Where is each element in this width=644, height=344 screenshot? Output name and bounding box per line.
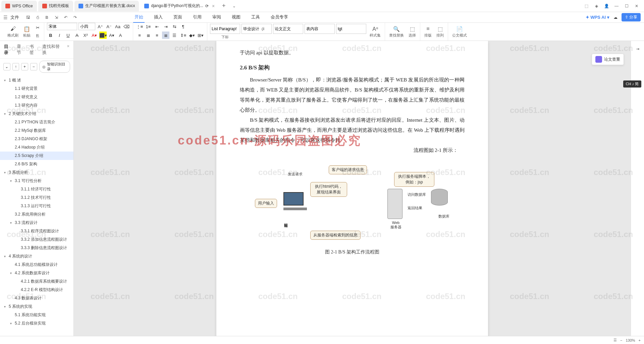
outline-item[interactable]: ▾5 系统的实现: [0, 302, 73, 311]
expand-all-button[interactable]: ⌄: [3, 63, 10, 70]
font-color-icon[interactable]: A▾: [91, 32, 98, 39]
outline-item[interactable]: 3.1.1 经济可行性: [0, 185, 73, 193]
menu-tab-reference[interactable]: 引用: [192, 12, 203, 23]
paper-check-button[interactable]: 论文查重: [592, 54, 624, 65]
superscript-icon[interactable]: X²: [82, 32, 89, 39]
select-button[interactable]: ⬚选择: [407, 25, 417, 39]
save-icon[interactable]: 🖫: [25, 14, 31, 20]
outline-item[interactable]: 2.2 MySql 数据库: [0, 126, 73, 135]
remove-button[interactable]: −: [30, 63, 37, 70]
outline-item[interactable]: ▾3.1 可行性分析: [0, 177, 73, 185]
new-tab-button[interactable]: +: [219, 2, 229, 9]
cube-icon[interactable]: ◈: [592, 1, 601, 11]
redo-icon[interactable]: ↷: [72, 14, 78, 20]
tab-icon[interactable]: ⇆: [171, 23, 178, 30]
align-right-icon[interactable]: ≡: [153, 32, 161, 39]
para-shading-icon[interactable]: ◆▾: [188, 32, 196, 39]
outline-item[interactable]: 2.4 Hadoop 介绍: [0, 143, 73, 152]
outline-item[interactable]: ▾4 系统的设计: [0, 252, 73, 261]
outline-item[interactable]: ▾5.2 后台模块实现: [0, 319, 73, 328]
avatar-icon[interactable]: 👤: [602, 1, 611, 11]
sidebar-tab-bookmark[interactable]: 书签: [30, 44, 38, 56]
bullets-icon[interactable]: ⋮≡: [136, 23, 143, 30]
wps-ai-button[interactable]: ✦ WPS AI ▾: [586, 15, 609, 20]
outline-item[interactable]: 4.2.2 E-R 模型结构设计: [0, 286, 73, 294]
font-size-select[interactable]: [78, 23, 95, 30]
outline-item[interactable]: ▾4.2 系统数据库设计: [0, 269, 73, 277]
close-icon[interactable]: ×: [212, 3, 215, 9]
outline-item[interactable]: 4.2.1 数据库系统概要设计: [0, 277, 73, 286]
burger-icon[interactable]: ☰: [3, 15, 8, 20]
minimize-button[interactable]: —: [612, 1, 621, 11]
rp-collapse-icon[interactable]: ⇥: [633, 44, 642, 54]
style-box-5[interactable]: [336, 24, 366, 34]
outline-item[interactable]: 3.3.3 删除信息流程图设计: [0, 244, 73, 252]
gov-mode-button[interactable]: 📄公文模式: [451, 25, 468, 39]
style-box-3[interactable]: [273, 24, 303, 34]
move-up-button[interactable]: ↑: [12, 63, 19, 70]
view-mode-icon[interactable]: ☰: [613, 338, 617, 342]
document-area[interactable]: 于访问 api 以提取数据。 2.6 B/S 架构 Browser/Server…: [74, 41, 631, 338]
align-left-icon[interactable]: ≡: [136, 32, 143, 39]
style-box-2[interactable]: [241, 24, 272, 34]
add-button[interactable]: +: [21, 63, 28, 70]
outline-item[interactable]: ▾3.3 流程设计: [0, 219, 73, 227]
increase-indent-icon[interactable]: ⇥: [162, 23, 169, 30]
menu-tab-insert[interactable]: 插入: [153, 12, 164, 23]
smart-toc-button[interactable]: ◎ 智能识别目录: [39, 61, 70, 73]
change-case-icon[interactable]: Aa: [114, 23, 121, 30]
find-replace-button[interactable]: 🔍查找替换: [388, 25, 405, 39]
outline-item[interactable]: 1.1 研究背景: [0, 84, 73, 93]
outline-item[interactable]: 1.3 研究内容: [0, 101, 73, 110]
cloud-icon[interactable]: ☁: [613, 15, 618, 20]
outline-item[interactable]: 1.2 研究意义: [0, 93, 73, 101]
copy-icon[interactable]: ⎘: [34, 32, 41, 40]
outline-item[interactable]: 2.3 DJANGO 框架: [0, 135, 73, 143]
sidebar-tab-chapter[interactable]: 章节: [17, 44, 25, 56]
menu-tab-member[interactable]: 会员专享: [269, 12, 289, 23]
decrease-font-icon[interactable]: A⁻: [105, 23, 113, 30]
outline-item[interactable]: 3.3.2 添加信息流程图设计: [0, 235, 73, 244]
tab-template[interactable]: 找稻壳模板: [38, 1, 73, 11]
style-set-button[interactable]: Aᵅ样式集: [368, 25, 382, 39]
underline-icon[interactable]: U: [64, 32, 72, 39]
outline-item[interactable]: 3.2 系统用例分析: [0, 210, 73, 219]
arrange-button[interactable]: ⬚排列: [435, 25, 445, 39]
outline-item[interactable]: 5.1 系统功能实现: [0, 311, 73, 319]
character-border-icon[interactable]: A: [117, 32, 124, 39]
align-center-icon[interactable]: ≣: [145, 32, 152, 39]
maximize-button[interactable]: ☐: [622, 1, 631, 11]
file-menu[interactable]: 文件: [10, 14, 19, 20]
outline-item[interactable]: 3.3.1 程序流程图设计: [0, 227, 73, 235]
strikethrough-icon[interactable]: A̶: [73, 32, 80, 39]
sidebar-tab-find[interactable]: 查找和替换: [42, 44, 62, 56]
outline-item[interactable]: 2.1 PYTHON 语言简介: [0, 118, 73, 126]
close-button[interactable]: ✕: [632, 1, 641, 11]
shading-icon[interactable]: A▾: [108, 32, 115, 39]
show-marks-icon[interactable]: ¶: [179, 23, 187, 30]
format-brush-button[interactable]: 🖌格式刷: [6, 25, 20, 39]
increase-font-icon[interactable]: A⁺: [97, 23, 104, 30]
outline-item[interactable]: 3.1.2 技术可行性: [0, 193, 73, 202]
tab-wps-office[interactable]: WPS Office: [1, 1, 37, 11]
share-button[interactable]: ⇧ 分享: [622, 13, 641, 21]
outline-item[interactable]: ▾1 概 述: [0, 76, 73, 84]
numbering-icon[interactable]: 1≡: [145, 23, 152, 30]
export-icon[interactable]: ⇲: [53, 14, 59, 20]
bold-icon[interactable]: B: [47, 32, 54, 39]
outline-item[interactable]: ▾2 关键技术介绍: [0, 110, 73, 118]
highlight-icon[interactable]: ⬛▾: [99, 32, 107, 39]
line-spacing-icon[interactable]: ⇕≡: [179, 32, 187, 39]
tab-doc1[interactable]: 生产印模图片替换方案.docx: [74, 1, 139, 11]
menu-tab-page[interactable]: 页面: [172, 12, 183, 23]
collapse-icon[interactable]: ⬚: [582, 1, 591, 11]
menu-tab-review[interactable]: 审阅: [211, 12, 222, 23]
outline-item[interactable]: 4.3 数据表设计: [0, 294, 73, 302]
align-justify-icon[interactable]: ≣: [162, 32, 169, 39]
paste-button[interactable]: 📋粘贴: [22, 25, 32, 39]
outline-item[interactable]: 4.1 系统总功能模块设计: [0, 261, 73, 269]
cut-icon[interactable]: ✂: [34, 24, 41, 32]
style-box-1[interactable]: [210, 24, 240, 34]
clear-format-icon[interactable]: ⌫: [123, 23, 130, 30]
sidebar-tab-toc[interactable]: 目录: [4, 44, 12, 56]
